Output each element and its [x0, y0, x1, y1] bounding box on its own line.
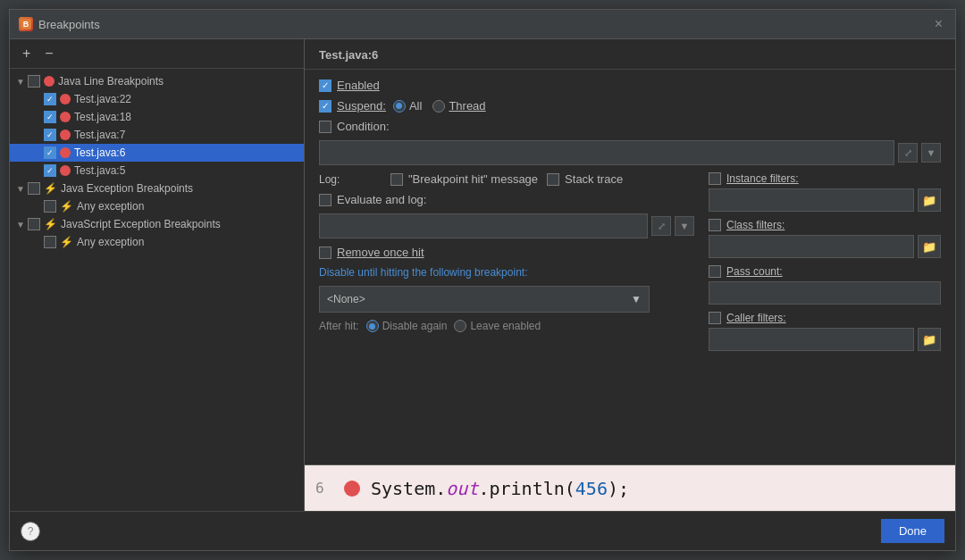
cb-test7[interactable]: ✓	[44, 129, 56, 141]
bphit-checkbox[interactable]	[390, 173, 403, 186]
enabled-label[interactable]: ✓ Enabled	[319, 79, 380, 92]
cb-any-exc-js[interactable]	[44, 236, 56, 248]
condition-checkbox[interactable]	[319, 121, 331, 133]
group-java-exception[interactable]: ▼ ⚡ Java Exception Breakpoints	[10, 180, 304, 197]
label-test18: Test.java:18	[74, 111, 131, 123]
label-any-exc-java: Any exception	[77, 200, 144, 213]
left-toolbar: + −	[10, 39, 304, 69]
class-filter-input-row: 📁	[709, 235, 941, 258]
group-js-exception[interactable]: ▼ ⚡ JavaScript Exception Breakpoints	[10, 215, 304, 233]
disable-until-text: Disable until hitting the following brea…	[319, 266, 527, 279]
instance-filter-input[interactable]	[709, 188, 914, 212]
eval-label[interactable]: Evaluate and log:	[319, 193, 426, 206]
add-button[interactable]: +	[19, 45, 34, 63]
thread-radio-text: Thread	[449, 99, 485, 113]
cb-test18[interactable]: ✓	[44, 111, 56, 123]
label-test22: Test.java:22	[74, 93, 131, 105]
group-checkbox-java-line[interactable]	[28, 75, 40, 88]
instance-filter-checkbox[interactable]	[709, 172, 721, 185]
disable-again-label[interactable]: Disable again	[366, 320, 448, 332]
close-button[interactable]: ×	[931, 15, 946, 33]
pass-count-input[interactable]	[709, 281, 941, 305]
class-filter-text: Class filters:	[726, 219, 785, 231]
right-body: ✓ Enabled ✓ Suspend: All	[305, 70, 955, 464]
class-filter-folder-btn[interactable]: 📁	[918, 235, 941, 258]
bp-test5[interactable]: ▶ ✓ Test.java:5	[10, 162, 304, 180]
label-test6: Test.java:6	[74, 146, 125, 159]
after-hit-row: After hit: Disable again Leave enabled	[319, 320, 694, 332]
cb-any-exc-java[interactable]	[44, 200, 56, 213]
group-checkbox-js-exc[interactable]	[28, 218, 40, 230]
pass-count-section: Pass count:	[709, 265, 941, 305]
left-col: Log: "Breakpoint hit" message Stack trac…	[319, 172, 694, 456]
disable-again-text: Disable again	[382, 320, 448, 332]
caller-filter-label-row: Caller filters:	[709, 312, 941, 324]
class-filter-input[interactable]	[709, 235, 914, 258]
condition-dropdown-btn[interactable]: ▼	[921, 143, 941, 163]
remove-once-checkbox[interactable]	[319, 247, 331, 259]
condition-label[interactable]: Condition:	[319, 120, 399, 133]
remove-once-label[interactable]: Remove once hit	[319, 246, 424, 259]
leave-enabled-label[interactable]: Leave enabled	[454, 320, 541, 332]
code-preview: 6 System.out.println(456);	[305, 464, 955, 511]
condition-input[interactable]	[319, 140, 894, 165]
bp-test7[interactable]: ▶ ✓ Test.java:7	[10, 126, 304, 144]
class-filter-checkbox[interactable]	[709, 219, 721, 231]
dot-test22	[60, 94, 71, 104]
condition-row: Condition:	[319, 120, 941, 133]
cb-test22[interactable]: ✓	[44, 93, 56, 105]
dot-test6	[60, 147, 71, 158]
breakpoints-tree: ▼ Java Line Breakpoints ▶ ✓ Test.java:22…	[10, 69, 304, 511]
group-checkbox-java-exc[interactable]	[28, 182, 40, 195]
leave-enabled-radio[interactable]	[454, 320, 466, 332]
eval-input[interactable]	[319, 213, 648, 238]
stacktrace-label[interactable]: Stack trace	[547, 172, 623, 186]
dialog-footer: ? Done	[10, 511, 955, 550]
eval-input-row: ⤢ ▼	[319, 213, 694, 238]
caller-filter-input[interactable]	[709, 328, 914, 351]
instance-filter-input-row: 📁	[709, 188, 941, 212]
caller-filter-folder-btn[interactable]: 📁	[918, 328, 941, 351]
cb-test5[interactable]: ✓	[44, 164, 56, 177]
all-radio[interactable]	[393, 100, 406, 113]
svg-text:B: B	[23, 20, 29, 29]
done-button[interactable]: Done	[881, 519, 944, 543]
cb-test6[interactable]: ✓	[44, 146, 56, 159]
none-dropdown[interactable]: <None> ▼	[319, 286, 650, 313]
expand-arrow-js-exc: ▼	[15, 219, 26, 230]
bp-any-exc-java[interactable]: ▶ ⚡ Any exception	[10, 197, 304, 215]
bp-test22[interactable]: ▶ ✓ Test.java:22	[10, 90, 304, 108]
bp-test6[interactable]: ▶ ✓ Test.java:6	[10, 144, 304, 162]
all-radio-text: All	[409, 99, 422, 113]
remove-button[interactable]: −	[41, 45, 56, 63]
enabled-checkbox[interactable]: ✓	[319, 79, 331, 92]
help-button[interactable]: ?	[21, 522, 40, 541]
group-java-line[interactable]: ▼ Java Line Breakpoints	[10, 72, 304, 90]
bp-any-exc-js[interactable]: ▶ ⚡ Any exception	[10, 233, 304, 251]
bphit-text: "Breakpoint hit" message	[408, 172, 538, 186]
eval-dropdown-btn[interactable]: ▼	[675, 216, 694, 236]
lightning-java-exc: ⚡	[44, 182, 57, 195]
after-hit-label: After hit:	[319, 320, 359, 332]
instance-filter-folder-btn[interactable]: 📁	[918, 188, 941, 212]
disable-again-radio[interactable]	[366, 320, 379, 332]
class-filter-label-row: Class filters:	[709, 219, 941, 231]
dropdown-arrow-icon: ▼	[631, 293, 642, 305]
suspend-label[interactable]: ✓ Suspend:	[319, 99, 386, 113]
suspend-radio-group: All Thread	[393, 99, 486, 113]
caller-filter-checkbox[interactable]	[709, 312, 721, 324]
suspend-checkbox[interactable]: ✓	[319, 100, 331, 113]
eval-expand-btn[interactable]: ⤢	[651, 216, 671, 236]
condition-expand-btn[interactable]: ⤢	[898, 143, 918, 163]
all-radio-label[interactable]: All	[393, 99, 422, 113]
stacktrace-checkbox[interactable]	[547, 173, 559, 186]
title-bar-left: B Breakpoints	[19, 17, 100, 31]
dot-test18	[60, 112, 71, 122]
bp-test18[interactable]: ▶ ✓ Test.java:18	[10, 108, 304, 126]
bphit-label[interactable]: "Breakpoint hit" message	[390, 172, 538, 186]
code-system: System.	[371, 478, 446, 499]
thread-radio[interactable]	[432, 100, 445, 113]
pass-count-checkbox[interactable]	[709, 265, 721, 278]
thread-radio-label[interactable]: Thread	[432, 99, 485, 113]
eval-checkbox[interactable]	[319, 194, 331, 206]
